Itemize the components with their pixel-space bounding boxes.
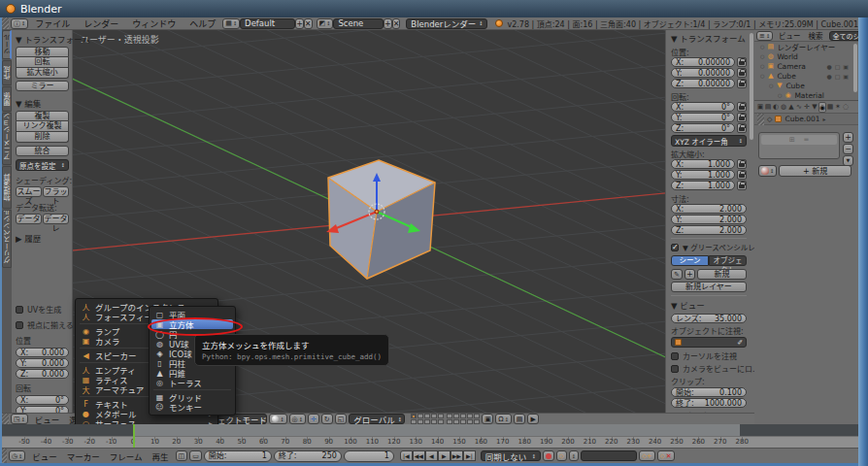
menu-item-モンキー[interactable]: ☺モンキー bbox=[150, 402, 235, 412]
lock-icon[interactable] bbox=[737, 170, 747, 180]
menu-3[interactable]: ヘルプ bbox=[183, 17, 222, 30]
play-reverse-button[interactable]: ◀ bbox=[425, 450, 438, 461]
scene-field[interactable]: Scene bbox=[333, 18, 384, 29]
cursor-lock-checkbox[interactable] bbox=[671, 352, 679, 360]
redo-rot-X[interactable]: X:0° bbox=[16, 395, 69, 405]
manipulator-rotate-button[interactable]: ↻ bbox=[321, 414, 333, 424]
viewport-shading-button[interactable]: ↕ bbox=[269, 414, 286, 424]
outliner-menu-1[interactable]: 検索 bbox=[805, 30, 827, 41]
opengl-render-button[interactable]: ▤ bbox=[514, 414, 526, 424]
outliner-menu-0[interactable]: ビュー bbox=[775, 30, 805, 41]
jump-end-button[interactable]: ▶| bbox=[463, 450, 476, 461]
edit-button-2[interactable]: 削除 bbox=[16, 132, 69, 143]
uv-generate-checkbox[interactable] bbox=[16, 306, 23, 314]
rotation-mode-select[interactable]: XYZ オイラー角↕ bbox=[671, 135, 747, 147]
keying-icon[interactable]: ⬦ bbox=[556, 450, 567, 461]
set-origin-select[interactable]: 原点を設定↕ bbox=[16, 159, 69, 171]
toolshelf-tab-0[interactable]: ツール bbox=[2, 30, 12, 59]
insert-key-button[interactable]: ⬦+ bbox=[639, 450, 655, 461]
keyingset-menu-button[interactable]: ↕ bbox=[569, 450, 579, 461]
layer-13[interactable] bbox=[467, 414, 473, 418]
pin-icon[interactable]: ◇ bbox=[767, 116, 772, 123]
restrict-icon-1[interactable]: ▢ bbox=[835, 73, 841, 80]
current-frame-marker[interactable] bbox=[133, 424, 135, 448]
menu-2[interactable]: ウィンドウ bbox=[125, 17, 183, 30]
align-view-checkbox[interactable] bbox=[16, 321, 23, 329]
opengl-render-anim-button[interactable]: ▶ bbox=[527, 414, 538, 424]
preview-range-icon[interactable]: ◫ bbox=[176, 450, 188, 461]
screen-layout-icon[interactable]: ▦↕ bbox=[222, 18, 240, 29]
properties-tab-constraints[interactable]: ∿ bbox=[795, 102, 803, 113]
npanel-dim-field[interactable]: Z:2.000 bbox=[671, 225, 747, 235]
slot-remove-button[interactable]: − bbox=[843, 144, 853, 154]
npanel-scale-field[interactable]: Y:1.000 bbox=[671, 170, 735, 180]
npanel-loc-field[interactable]: Z:0.00000 bbox=[671, 79, 735, 88]
lock-icon[interactable] bbox=[737, 68, 747, 78]
npanel-rot-field[interactable]: Y:0° bbox=[671, 113, 735, 122]
outliner-item-Cube-4[interactable]: ○▼Cube bbox=[754, 81, 858, 90]
transfer-button-0[interactable]: データ bbox=[16, 214, 42, 224]
jump-start-button[interactable]: |◀ bbox=[400, 450, 413, 461]
manipulator-translate-button[interactable]: ✛ bbox=[308, 414, 319, 424]
panel-header-transform[interactable]: ▼ トランスフォーム bbox=[16, 33, 69, 45]
next-keyframe-button[interactable]: ▶▶ bbox=[451, 450, 463, 461]
layer-0[interactable] bbox=[411, 414, 417, 418]
toolshelf-tab-3[interactable]: アニメーション bbox=[2, 113, 12, 165]
snap-magnet-button[interactable]: Ω↕ bbox=[495, 414, 512, 424]
layer-2[interactable] bbox=[424, 414, 430, 418]
layout-add-button[interactable]: + bbox=[295, 18, 304, 29]
redo-loc-Z[interactable]: Z:0.000 bbox=[16, 369, 69, 379]
join-button[interactable]: 統合 bbox=[16, 146, 69, 156]
layer-4[interactable] bbox=[438, 414, 444, 418]
material-slot-list[interactable]: ⊞ = bbox=[758, 132, 840, 159]
lens-field[interactable]: レンズ:35.000 bbox=[671, 314, 747, 323]
npanel-scale-field[interactable]: X:1.000 bbox=[671, 159, 735, 169]
delete-key-button[interactable]: ⬦✕ bbox=[657, 450, 675, 461]
layer-11[interactable] bbox=[453, 414, 459, 418]
npanel-scale-field[interactable]: Z:1.000 bbox=[671, 181, 735, 190]
scene-delete-button[interactable]: ✕ bbox=[392, 18, 401, 29]
frame-start-field[interactable]: 開始:1 bbox=[204, 450, 272, 462]
restrict-icon-0[interactable]: ● bbox=[826, 63, 831, 70]
frame-lock-icon[interactable]: ▭ bbox=[189, 450, 202, 461]
toolshelf-tab-2[interactable]: 関係 bbox=[2, 86, 12, 112]
outliner-scrollbar[interactable] bbox=[853, 44, 857, 92]
properties-tab-data[interactable]: ▼ bbox=[811, 102, 818, 113]
prev-keyframe-button[interactable]: ◀◀ bbox=[413, 450, 425, 461]
edit-button-1[interactable]: リンク複製 bbox=[16, 121, 69, 132]
layer-14[interactable] bbox=[474, 414, 480, 418]
properties-tab-render[interactable]: ▣ bbox=[756, 102, 764, 113]
transfer-button-1[interactable]: データレ bbox=[43, 214, 69, 224]
properties-grip[interactable] bbox=[757, 114, 764, 125]
npanel-loc-field[interactable]: X:0.00000 bbox=[671, 57, 735, 67]
pivot-point-button[interactable]: ◎↕ bbox=[289, 414, 306, 424]
outliner-item-レンダーレイヤー-0[interactable]: ○▤レンダーレイヤー bbox=[754, 42, 858, 51]
menu-1[interactable]: レンダー bbox=[77, 17, 125, 30]
transform-button-2[interactable]: 拡大縮小 bbox=[16, 68, 69, 79]
lock-icon[interactable] bbox=[737, 102, 747, 112]
current-frame-field[interactable]: 1 bbox=[344, 450, 394, 462]
clip-start-field[interactable]: 開始:0.100 bbox=[671, 387, 747, 397]
properties-tab-modifiers[interactable]: ✛ bbox=[803, 102, 811, 113]
timeline-menu-2[interactable]: フレーム bbox=[105, 450, 148, 462]
properties-tab-physics[interactable]: ◌ bbox=[842, 102, 850, 113]
npanel-header-view[interactable]: ▼ ビュー bbox=[671, 299, 747, 311]
restrict-icon-2[interactable]: ▣ bbox=[843, 73, 849, 80]
restrict-icon-2[interactable]: ▣ bbox=[843, 63, 849, 70]
menu-item-サーフェス[interactable]: ◠サーフェス▸ bbox=[76, 418, 217, 424]
layer-6[interactable] bbox=[417, 419, 423, 424]
layer-18[interactable] bbox=[467, 419, 473, 424]
gpencil-scene-button[interactable]: シーン bbox=[671, 255, 709, 266]
editor-type-timeline-button[interactable]: ◷↕ bbox=[9, 450, 25, 461]
layer-10[interactable] bbox=[447, 414, 452, 418]
lock-icon[interactable] bbox=[737, 181, 747, 190]
outliner-item-Cube-3[interactable]: ○▲Cube●▢▣ bbox=[754, 71, 858, 81]
properties-tab-object[interactable]: ▲ bbox=[787, 102, 795, 113]
shading-button-0[interactable]: スムーズ bbox=[16, 186, 42, 197]
gpencil-new-layer-button[interactable]: 新規レイヤー bbox=[671, 282, 747, 292]
layer-9[interactable] bbox=[438, 419, 444, 424]
outliner-item-Material-5[interactable]: ○◉Material bbox=[754, 90, 858, 100]
auto-keyframe-button[interactable] bbox=[543, 450, 554, 461]
lock-to-scene-icon[interactable]: ▣ bbox=[482, 414, 493, 424]
screen-layout-field[interactable]: Default bbox=[240, 18, 295, 29]
